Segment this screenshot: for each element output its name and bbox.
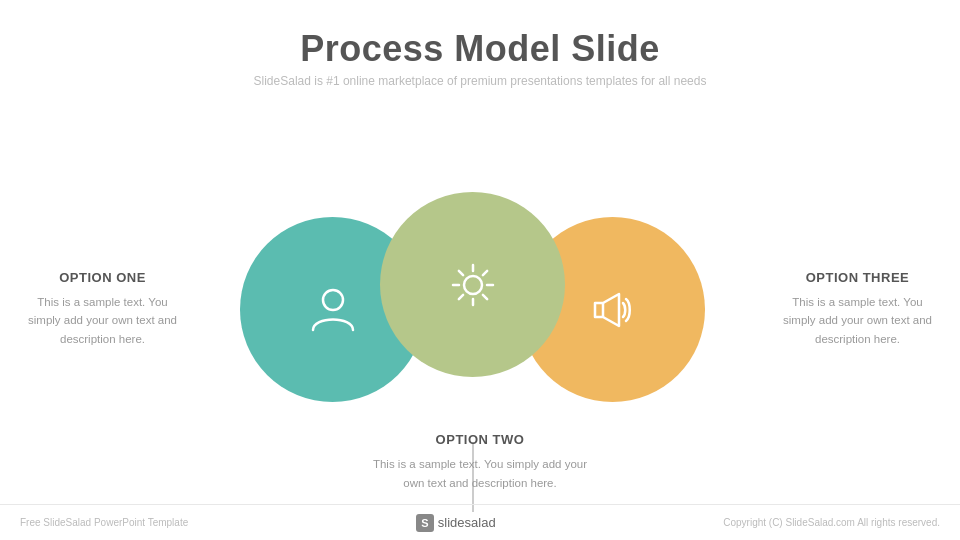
logo-text: slidesalad — [438, 515, 496, 530]
option-one-title: OPTION ONE — [20, 270, 185, 285]
svg-point-0 — [323, 290, 343, 310]
option-two-text: OPTION TWO This is a sample text. You si… — [370, 432, 590, 492]
footer-logo: S slidesalad — [416, 514, 496, 532]
circles-container — [220, 187, 740, 447]
option-three-body: This is a sample text. You simply add yo… — [775, 293, 940, 348]
header-subtitle: SlideSalad is #1 online marketplace of p… — [0, 74, 960, 88]
footer: Free SlideSalad PowerPoint Template S sl… — [0, 504, 960, 540]
main-content: OPTION ONE This is a sample text. You si… — [0, 94, 960, 540]
option-two-body: This is a sample text. You simply add yo… — [370, 455, 590, 492]
footer-left-text: Free SlideSalad PowerPoint Template — [20, 517, 188, 528]
megaphone-icon — [583, 280, 643, 340]
header: Process Model Slide SlideSalad is #1 onl… — [0, 0, 960, 94]
circle-center — [380, 192, 565, 377]
option-three-text: OPTION THREE This is a sample text. You … — [775, 270, 940, 348]
person-icon — [303, 280, 363, 340]
gear-icon — [443, 255, 503, 315]
option-three-title: OPTION THREE — [775, 270, 940, 285]
option-one-body: This is a sample text. You simply add yo… — [20, 293, 185, 348]
footer-right-text: Copyright (C) SlideSalad.com All rights … — [723, 517, 940, 528]
option-two-title: OPTION TWO — [370, 432, 590, 447]
logo-s-badge: S — [416, 514, 434, 532]
option-one-text: OPTION ONE This is a sample text. You si… — [20, 270, 185, 348]
page-title: Process Model Slide — [0, 28, 960, 70]
slide: Process Model Slide SlideSalad is #1 onl… — [0, 0, 960, 540]
svg-point-1 — [464, 276, 482, 294]
